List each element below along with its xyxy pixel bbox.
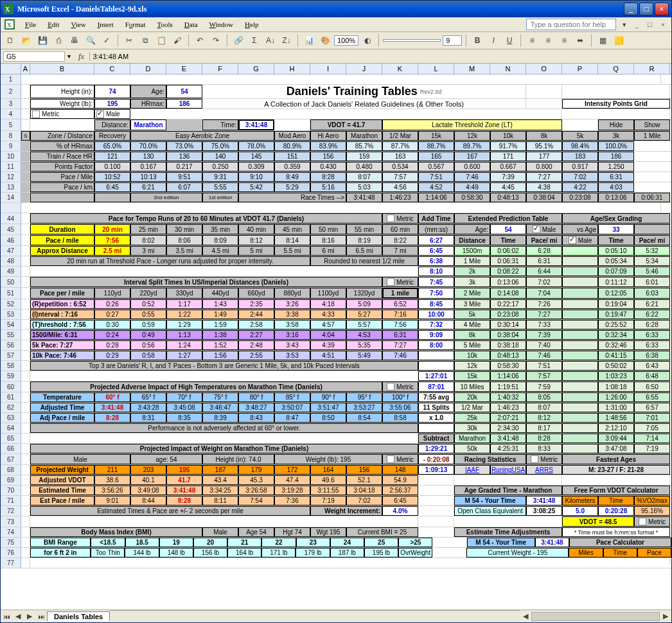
preview-icon[interactable]: 🔍 (84, 33, 98, 48)
paste-icon[interactable]: 📋 (154, 33, 168, 48)
show-button[interactable]: Show (634, 119, 670, 130)
col-header-K[interactable]: K (382, 64, 418, 74)
workbook-minimize-button[interactable]: _ (633, 21, 642, 28)
row-header-72[interactable]: 72 (1, 506, 21, 516)
align-center-icon[interactable]: ≡ (541, 33, 555, 48)
tempo-metric-check[interactable]: Metric (382, 213, 418, 224)
undo-icon[interactable]: ↶ (193, 33, 207, 48)
menu-help[interactable]: Help (240, 19, 263, 30)
age-input[interactable]: 54 (166, 85, 202, 98)
vsage-input[interactable]: 33 (598, 224, 634, 234)
ext-male[interactable]: Male (526, 224, 562, 234)
bold-icon[interactable]: B (470, 33, 484, 48)
row-header-55[interactable]: 55 (1, 330, 21, 340)
weight-metric[interactable]: Metric (382, 454, 418, 464)
row-header-46[interactable]: 46 (1, 235, 21, 245)
save-icon[interactable]: 💾 (35, 33, 49, 48)
row-header-68[interactable]: 68 (1, 465, 21, 475)
weight-input[interactable]: 195 (94, 99, 130, 109)
menu-tools[interactable]: Tools (152, 19, 178, 30)
col-header-J[interactable]: J (346, 64, 382, 74)
rs-metric[interactable]: Metric (526, 454, 562, 464)
tab-nav-first[interactable]: ⏮ (1, 613, 12, 620)
row-header-69[interactable]: 69 (1, 475, 21, 485)
ag-male[interactable]: Male (562, 235, 598, 245)
help-icon[interactable]: ◐ (360, 33, 375, 48)
maximize-button[interactable]: □ (639, 3, 653, 15)
new-icon[interactable]: 🗋 (3, 33, 17, 48)
row-header-76[interactable]: 76 (1, 548, 21, 557)
font-combo[interactable] (383, 39, 441, 42)
addtime-v[interactable]: 8:45 (418, 299, 454, 309)
weight-incr[interactable]: 4.0% (382, 506, 418, 516)
row-header-47[interactable]: 47 (1, 246, 21, 256)
workbook-restore-button[interactable]: □ (645, 21, 655, 28)
row-header-66[interactable]: 66 (1, 444, 21, 453)
menu-data[interactable]: Data (179, 19, 203, 30)
row-header-75[interactable]: 75 (1, 538, 21, 547)
col-header-C[interactable]: C (94, 64, 130, 74)
tab-nav-prev[interactable]: ◀ (12, 612, 24, 620)
menu-edit[interactable]: Edit (42, 19, 64, 30)
male-checkbox[interactable]: Male (94, 109, 130, 119)
row-header-14[interactable]: 14 (1, 193, 21, 202)
addtime-v[interactable]: 7:50 (418, 288, 454, 299)
row-header-1[interactable]: 1 (1, 75, 21, 84)
close-button[interactable]: × (655, 3, 669, 15)
document-icon[interactable]: X (4, 19, 15, 30)
italic-icon[interactable]: I (486, 33, 500, 48)
addtime-v[interactable]: 6:38 (418, 256, 454, 266)
col-header-B[interactable]: B (30, 64, 94, 74)
ff-km[interactable]: 5.0 (562, 506, 598, 516)
row-header-61[interactable]: 61 (1, 392, 21, 402)
sort-desc-icon[interactable]: Z↓ (279, 33, 294, 48)
row-header-5[interactable]: 5 (1, 119, 21, 130)
ext-age[interactable]: 54 (490, 224, 526, 234)
menu-insert[interactable]: Insert (93, 19, 119, 30)
addtime-v[interactable]: 7:45 (418, 277, 454, 287)
borders-icon[interactable]: ▦ (596, 33, 610, 48)
align-right-icon[interactable]: ≡ (557, 33, 571, 48)
hrmax-input[interactable]: 186 (166, 99, 202, 109)
int-metric[interactable]: Metric (382, 277, 418, 287)
heat-metric[interactable]: Metric (382, 382, 418, 392)
menu-window[interactable]: Window (204, 19, 238, 30)
row-header-70[interactable]: 70 (1, 486, 21, 495)
fontsize-combo[interactable]: 9 (443, 35, 462, 46)
row-header-60[interactable]: 60 (1, 382, 21, 392)
col-header-L[interactable]: L (418, 64, 454, 74)
row-header-48[interactable]: 48 (1, 256, 21, 266)
menu-view[interactable]: View (66, 19, 91, 30)
height-input[interactable]: 74 (94, 85, 130, 98)
addtime-v[interactable]: 6:45 (418, 246, 454, 256)
format-painter-icon[interactable]: 🖌 (170, 33, 184, 48)
autosum-icon[interactable]: Σ (247, 33, 261, 48)
print-icon[interactable]: 🖶 (67, 33, 82, 48)
col-header-G[interactable]: G (238, 64, 274, 74)
col-header-I[interactable]: I (310, 64, 346, 74)
tab-nav-last[interactable]: ⏭ (35, 613, 47, 620)
addtime-v[interactable]: 9:09 (418, 330, 454, 340)
help-dropdown-icon[interactable]: ▾ (620, 21, 629, 29)
row-header-73[interactable]: 73 (1, 516, 21, 527)
row-header-3[interactable]: 3 (1, 99, 21, 109)
addtime-v[interactable]: 10:00 (418, 310, 454, 319)
time-input[interactable]: 3:41:48 (238, 119, 274, 130)
row-header-44[interactable]: 44 (1, 213, 21, 224)
fx-icon[interactable]: fx (73, 51, 89, 62)
ff-time[interactable]: 0:20:28 (598, 506, 634, 516)
rusa-link[interactable]: RuningUSA (490, 465, 526, 475)
hide-button[interactable]: Hide (598, 119, 634, 130)
name-box[interactable]: G5 (3, 51, 65, 62)
row-header-2[interactable]: 2 (1, 85, 21, 98)
spreadsheet-grid[interactable]: ABCDEFGHIJKLMNOPQR 12Height (in):74Age:5… (1, 64, 671, 610)
minimize-button[interactable]: _ (624, 3, 638, 15)
col-header-Q[interactable]: Q (598, 64, 634, 74)
col-header-M[interactable]: M (454, 64, 490, 74)
row-header-74[interactable]: 74 (1, 527, 21, 537)
help-search-input[interactable] (526, 19, 616, 30)
select-all-cell[interactable] (1, 64, 21, 74)
row-header-45[interactable]: 45 (1, 224, 21, 234)
open-icon[interactable]: 📂 (19, 33, 33, 48)
tab-nav-next[interactable]: ▶ (24, 612, 35, 620)
